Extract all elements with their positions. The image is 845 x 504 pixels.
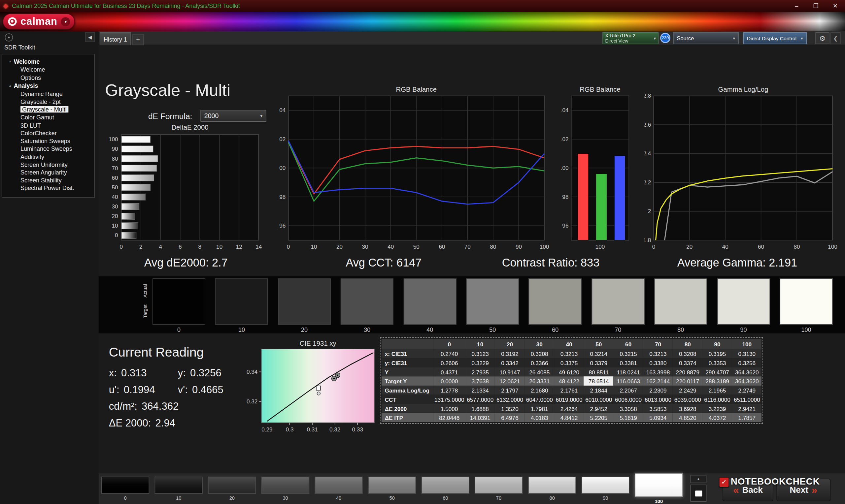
pattern-level-button-60[interactable]: 60: [422, 476, 469, 501]
table-cell: 80.8511: [584, 367, 614, 376]
table-cell: 0.3381: [614, 358, 643, 367]
sidebar-item-color-gamut[interactable]: Color Gamut: [2, 113, 94, 121]
sidebar-item-spectral-power-dist-[interactable]: Spectral Power Dist.: [2, 184, 94, 192]
sidebar-item-screen-angularity[interactable]: Screen Angularity: [2, 168, 94, 177]
swatch-label: 0: [153, 326, 205, 333]
svg-text:104: 104: [561, 107, 569, 113]
tab-history-1[interactable]: History 1: [100, 32, 131, 45]
meter-selector[interactable]: X-Rite i1Pro 2 Direct View ▾: [602, 32, 658, 44]
minimize-button[interactable]: –: [787, 0, 806, 12]
svg-text:1.8: 1.8: [645, 237, 651, 244]
svg-text:100: 100: [279, 165, 286, 171]
table-cell: 0.3229: [465, 358, 495, 367]
pattern-level-button-10[interactable]: 10: [155, 476, 203, 501]
table-cell: 1.7857: [732, 413, 762, 422]
reading-y: y:0.3256: [178, 367, 222, 379]
svg-text:20: 20: [686, 244, 692, 250]
svg-text:100: 100: [596, 244, 605, 250]
sidebar-item-grayscale-multi[interactable]: Grayscale - Multi: [2, 106, 94, 114]
table-cell: 6019.0000: [554, 395, 584, 404]
table-cell: 0.3374: [673, 358, 702, 367]
table-cell: 2.2749: [732, 385, 762, 395]
grayscale-swatch-strip: Actual Target 0102030405060708090100: [99, 276, 845, 334]
swatch-label: 50: [466, 326, 519, 333]
tree-caret-icon: ▴: [9, 59, 11, 64]
grayscale-swatch-40: 40: [403, 278, 456, 333]
de-formula-label: dE Formula:: [148, 111, 192, 121]
svg-text:14: 14: [256, 244, 262, 250]
pattern-window-button[interactable]: [690, 485, 706, 502]
title-bar: ◆ Calman 2025 Calman Ultimate for Busine…: [0, 0, 845, 12]
back-button[interactable]: « Back: [723, 479, 773, 501]
table-row: CCT13175.00006577.00006132.00006047.0000…: [382, 395, 762, 404]
table-cell: 0.4371: [434, 367, 465, 376]
svg-text:0: 0: [287, 244, 290, 250]
sidebar-item-options[interactable]: Options: [2, 74, 94, 82]
display-control-selector[interactable]: Direct Display Control ▾: [743, 32, 807, 44]
sidebar-collapse-button[interactable]: ◀: [85, 32, 95, 42]
svg-text:0.33: 0.33: [352, 426, 363, 433]
settings-button[interactable]: ⚙: [815, 32, 829, 44]
sidebar-item-welcome[interactable]: Welcome: [2, 66, 94, 74]
pattern-level-button-100[interactable]: 100: [635, 473, 683, 504]
svg-text:10: 10: [111, 222, 118, 229]
table-cell: 0.3353: [702, 358, 732, 367]
table-cell: 118.0241: [614, 367, 643, 376]
svg-text:60: 60: [758, 244, 764, 250]
table-cell: 0.0000: [434, 376, 465, 385]
sidebar-item-luminance-sweeps[interactable]: Luminance Sweeps: [2, 145, 94, 153]
reading-u: u':0.1994: [109, 384, 178, 396]
pattern-up-button[interactable]: ▲: [690, 475, 706, 483]
sidebar-options-icon[interactable]: [5, 33, 13, 41]
deltae-bar-chart: DeltaE 200002468101214100908070605040302…: [104, 120, 266, 252]
pattern-level-label: 10: [155, 496, 203, 501]
table-cell: 3.2239: [702, 404, 732, 413]
sidebar-item-screen-uniformity[interactable]: Screen Uniformity: [2, 161, 94, 168]
source-selector[interactable]: Source ▾: [673, 32, 739, 44]
sidebar-item-colorchecker[interactable]: ColorChecker: [2, 129, 94, 137]
calman-menu-button[interactable]: calman ▾: [3, 14, 75, 30]
pattern-level-button-50[interactable]: 50: [368, 476, 416, 501]
table-cell: 6013.0000: [643, 395, 673, 404]
sidebar-item-screen-stability[interactable]: Screen Stability: [2, 177, 94, 184]
svg-text:60: 60: [439, 244, 445, 250]
sidebar-item-3d-lut[interactable]: 3D LUT: [2, 121, 94, 129]
table-cell: 0.3256: [732, 358, 762, 367]
svg-text:98: 98: [279, 194, 285, 200]
panel-collapse-button[interactable]: ❮: [830, 32, 841, 44]
sidebar: ◀ SDR Toolkit ▴WelcomeWelcomeOptions▴Ana…: [0, 31, 99, 504]
sidebar-item-dynamic-range[interactable]: Dynamic Range: [2, 90, 94, 98]
sidebar-item-grayscale-2pt[interactable]: Grayscale - 2pt: [2, 98, 94, 106]
pattern-level-button-0[interactable]: 0: [101, 476, 149, 501]
table-cell: 1.3520: [495, 404, 525, 413]
sidebar-item-additivity[interactable]: Additivity: [2, 153, 94, 161]
pattern-level-button-30[interactable]: 30: [261, 476, 309, 501]
sidebar-item-saturation-sweeps[interactable]: Saturation Sweeps: [2, 137, 94, 145]
pattern-level-label: 30: [261, 496, 309, 501]
tree-group-welcome[interactable]: ▴Welcome: [2, 57, 94, 66]
table-row: Target Y0.00003.763812.062126.333148.412…: [382, 376, 762, 385]
svg-text:10: 10: [216, 244, 223, 250]
svg-text:2: 2: [648, 208, 651, 214]
next-button[interactable]: Next »: [777, 479, 830, 501]
pattern-level-button-90[interactable]: 90: [582, 476, 630, 501]
measurement-table: 0102030405060708090100x: CIE310.27400.31…: [380, 337, 763, 424]
pattern-level-button-20[interactable]: 20: [208, 476, 256, 501]
pattern-level-button-80[interactable]: 80: [528, 476, 576, 501]
grayscale-swatch-30: 30: [341, 278, 393, 333]
swatch-label: 40: [403, 326, 456, 333]
svg-text:0.31: 0.31: [307, 426, 318, 433]
table-cell: 0.2606: [434, 358, 465, 367]
table-cell: 2.1680: [525, 385, 554, 395]
tree-group-analysis[interactable]: ▴Analysis: [2, 82, 94, 90]
main-content: History 1 + X-Rite i1Pro 2 Direct View ▾…: [99, 31, 845, 504]
maximize-button[interactable]: ❐: [806, 0, 826, 12]
table-col-60: 60: [614, 339, 643, 349]
close-button[interactable]: ✕: [826, 0, 845, 12]
display-control-dropdown-icon: ▾: [801, 36, 803, 41]
add-tab-button[interactable]: +: [132, 34, 144, 45]
table-row: y: CIE310.26060.32290.33420.33660.33750.…: [382, 358, 762, 367]
table-col-90: 90: [702, 339, 732, 349]
pattern-level-button-40[interactable]: 40: [315, 476, 363, 501]
pattern-level-button-70[interactable]: 70: [475, 476, 523, 501]
